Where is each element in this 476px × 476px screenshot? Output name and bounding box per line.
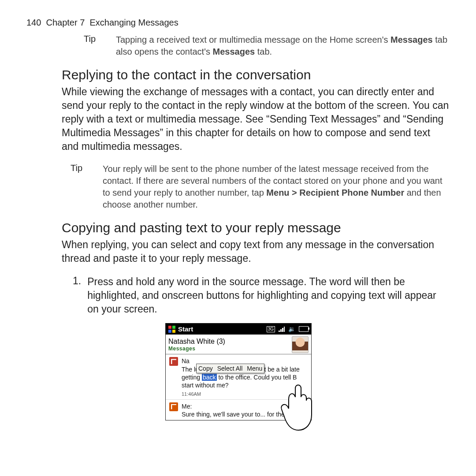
signal-icon — [279, 327, 285, 332]
windows-flag-icon — [168, 326, 175, 333]
phone-titlebar: Start 3G 🔉 — [166, 324, 311, 335]
list-text: Press and hold any word in the source me… — [87, 275, 450, 316]
tip-text: Tapping a received text or multimedia me… — [116, 34, 450, 58]
start-label: Start — [178, 325, 264, 333]
popup-select-all[interactable]: Select All — [217, 365, 243, 372]
running-head: 140 Chapter 7 Exchanging Messages — [26, 18, 450, 28]
incoming-message-icon — [169, 357, 178, 366]
tip-block-1: Tip Tapping a received text or multimedi… — [26, 34, 450, 58]
chapter-title: Exchanging Messages — [89, 18, 178, 27]
message-sender: Me: — [182, 403, 192, 410]
messages-subhead: Messages — [168, 346, 292, 352]
tip-block-2: Tip Your reply will be sent to the phone… — [26, 163, 450, 211]
popup-menu[interactable]: Menu — [247, 365, 262, 372]
tip-text: Your reply will be sent to the phone num… — [103, 163, 450, 211]
popup-copy[interactable]: Copy — [198, 365, 213, 372]
message-sender: Na — [182, 357, 190, 364]
conversation-header: Natasha White (3) Messages — [166, 335, 311, 354]
chapter-label: Chapter 7 — [46, 18, 85, 27]
section-para-replying: While viewing the exchange of messages w… — [26, 85, 450, 153]
list-number: 1. — [73, 275, 81, 316]
ordered-list: 1. Press and hold any word in the source… — [26, 275, 450, 316]
touch-hand-icon — [275, 375, 328, 434]
text-selection-popup: Copy Select All Menu — [196, 364, 264, 373]
section-para-copying: When replying, you can select and copy t… — [26, 238, 450, 265]
outgoing-message-icon — [169, 402, 178, 411]
sound-icon: 🔉 — [288, 326, 295, 332]
battery-icon — [299, 326, 309, 332]
tip-label: Tip — [84, 34, 104, 58]
contact-avatar — [292, 336, 309, 353]
contact-name: Natasha White (3) — [168, 338, 292, 346]
section-heading-copying: Copying and pasting text to your reply m… — [26, 220, 450, 235]
page-number: 140 — [26, 18, 41, 27]
tip-label: Tip — [71, 163, 90, 211]
phone-screenshot: Start 3G 🔉 Natasha White (3) Messages — [165, 323, 311, 420]
section-heading-replying: Replying to the contact in the conversat… — [26, 67, 450, 82]
highlighted-word: back — [202, 374, 217, 381]
network-3g-icon: 3G — [267, 326, 275, 332]
list-item: 1. Press and hold any word in the source… — [73, 275, 450, 316]
